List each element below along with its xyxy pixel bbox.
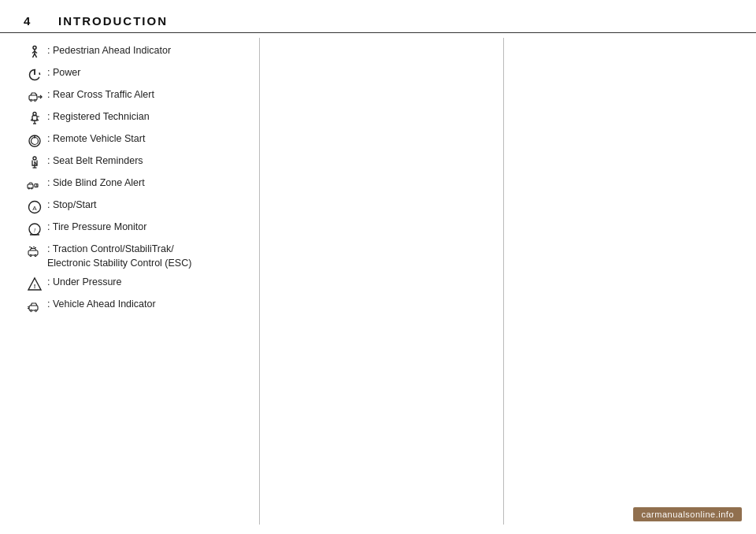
left-column: : Pedestrian Ahead Indicator : Power bbox=[0, 38, 260, 525]
list-item: : Remote Vehicle Start bbox=[24, 132, 246, 149]
seatbelt-label: : Seat Belt Reminders bbox=[47, 154, 143, 169]
traction-icon bbox=[24, 243, 46, 259]
list-item: : Pedestrian Ahead Indicator bbox=[24, 44, 246, 61]
power-icon bbox=[24, 67, 46, 83]
svg-line-5 bbox=[35, 54, 37, 57]
page-container: 4 INTRODUCTION : Pedestrian Ahead Indica… bbox=[0, 0, 756, 534]
remote-start-icon bbox=[24, 133, 46, 149]
tire-pressure-label: : Tire Pressure Monitor bbox=[47, 221, 146, 235]
seatbelt-icon bbox=[24, 155, 46, 171]
side-blind-label: : Side Blind Zone Alert bbox=[47, 176, 145, 191]
remote-start-label: : Remote Vehicle Start bbox=[47, 132, 145, 146]
traction-label: : Traction Control/StabiliTrak/Electroni… bbox=[47, 243, 191, 270]
content-area: : Pedestrian Ahead Indicator : Power bbox=[0, 38, 756, 525]
list-item: ! : Tire Pressure Monitor bbox=[24, 221, 246, 237]
svg-point-21 bbox=[33, 157, 36, 160]
pedestrian-icon bbox=[24, 45, 46, 61]
list-item: : Seat Belt Reminders bbox=[24, 154, 246, 171]
tire-pressure-icon: ! bbox=[24, 221, 46, 237]
vehicle-ahead-icon bbox=[24, 299, 46, 314]
list-item: ! : Under Pressure bbox=[24, 276, 246, 292]
svg-point-0 bbox=[33, 46, 36, 50]
svg-rect-35 bbox=[28, 250, 38, 255]
svg-line-43 bbox=[28, 307, 29, 308]
svg-text:!: ! bbox=[34, 283, 36, 290]
under-pressure-label: : Under Pressure bbox=[47, 276, 121, 290]
rear-cross-icon bbox=[24, 89, 46, 105]
list-item: : Rear Cross Traffic Alert bbox=[24, 88, 246, 105]
page-title: INTRODUCTION bbox=[58, 14, 168, 28]
svg-point-19 bbox=[32, 138, 39, 145]
vehicle-ahead-label: : Vehicle Ahead Indicator bbox=[47, 298, 156, 312]
pedestrian-label: : Pedestrian Ahead Indicator bbox=[47, 44, 171, 58]
registered-tech-icon bbox=[24, 111, 46, 127]
list-item: A : Side Blind Zone Alert bbox=[24, 176, 246, 193]
registered-tech-label: : Registered Technician bbox=[47, 110, 150, 124]
under-pressure-icon: ! bbox=[24, 276, 46, 292]
list-item: : Registered Technician bbox=[24, 110, 246, 127]
rear-cross-label: : Rear Cross Traffic Alert bbox=[47, 88, 154, 102]
svg-text:!: ! bbox=[34, 228, 35, 233]
list-item: : Power bbox=[24, 66, 246, 83]
stop-start-icon: A bbox=[24, 199, 46, 215]
list-item: A : Stop/Start bbox=[24, 198, 246, 215]
svg-text:A: A bbox=[32, 205, 37, 212]
stop-start-label: : Stop/Start bbox=[47, 198, 97, 213]
list-item: : Vehicle Ahead Indicator bbox=[24, 298, 246, 314]
middle-column bbox=[260, 38, 504, 525]
power-label: : Power bbox=[47, 66, 80, 80]
right-column bbox=[504, 38, 756, 525]
page-header: 4 INTRODUCTION bbox=[0, 0, 756, 33]
list-item: : Traction Control/StabiliTrak/Electroni… bbox=[24, 243, 246, 270]
side-blind-icon: A bbox=[24, 177, 46, 193]
svg-rect-8 bbox=[29, 95, 37, 100]
page-number: 4 bbox=[24, 14, 43, 28]
